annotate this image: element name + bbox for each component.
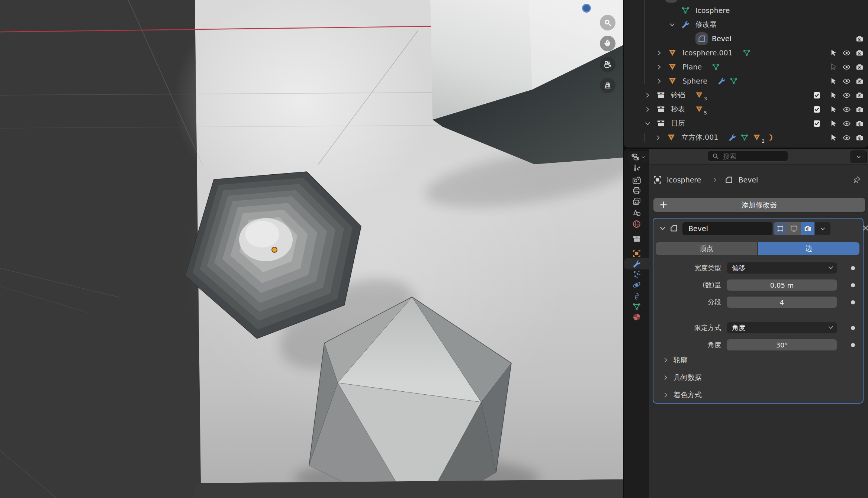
outliner-row-Icosphere.001[interactable]: Icosphere.001 (624, 46, 868, 60)
expand-chevron-right-icon[interactable] (655, 49, 663, 57)
search-field[interactable] (708, 151, 788, 162)
outliner-row-铃铛[interactable]: 铃铛3 (624, 88, 868, 102)
modifier-panel-header[interactable]: Bevel (653, 219, 863, 238)
disable-in-renders-icon[interactable] (855, 119, 864, 128)
disable-in-renders-icon[interactable] (855, 34, 864, 43)
outliner-row-partial-bottom[interactable] (624, 145, 868, 148)
hide-in-viewport-icon[interactable] (842, 76, 851, 86)
properties-tab-tool[interactable] (624, 163, 649, 174)
properties-tab-render[interactable] (624, 175, 649, 186)
delete-modifier-button[interactable] (862, 224, 868, 233)
expand-chevron-down-icon[interactable] (668, 20, 676, 29)
toggle-render-display[interactable] (801, 222, 814, 235)
restrict-select-icon[interactable] (829, 48, 838, 58)
outliner-row-修改器[interactable]: 修改器 (624, 17, 868, 32)
animate-property-dot[interactable] (851, 283, 855, 287)
modifier-extras-dropdown[interactable] (815, 222, 830, 235)
restrict-select-icon[interactable] (829, 90, 838, 100)
restrict-select-icon[interactable] (829, 119, 838, 128)
hide-in-viewport-icon[interactable] (842, 119, 851, 128)
dropdown-宽度类型[interactable]: 偏移 (727, 262, 837, 274)
panel-section-轮廓[interactable]: 轮廓 (662, 355, 688, 365)
hide-in-viewport-icon[interactable] (842, 90, 851, 100)
animate-property-dot[interactable] (851, 300, 855, 304)
animate-property-dot[interactable] (851, 343, 855, 347)
disable-in-renders-icon[interactable] (855, 133, 864, 142)
header-collapse-button[interactable] (851, 151, 867, 163)
toggle-edit-mode-display[interactable] (774, 222, 787, 235)
restrict-select-icon[interactable] (829, 133, 838, 142)
outliner-row-Bevel[interactable]: Bevel (624, 32, 868, 46)
restrict-select-icon[interactable] (829, 104, 838, 114)
beveled-cube[interactable] (421, 0, 623, 219)
add-modifier-button[interactable]: 添加修改器 (653, 198, 865, 212)
panel-section-几何数据[interactable]: 几何数据 (662, 373, 702, 382)
outliner-row-Plane[interactable]: Plane (624, 60, 868, 74)
outliner-row-立方体.001[interactable]: 立方体.0012 (624, 130, 868, 145)
disable-in-renders-icon[interactable] (855, 104, 864, 114)
panel-section-着色方式[interactable]: 着色方式 (662, 390, 702, 400)
collection-checkbox-icon[interactable] (812, 104, 822, 114)
properties-tab-scene[interactable] (624, 207, 649, 219)
pin-icon[interactable] (852, 175, 861, 186)
outliner-row-日历[interactable]: 日历 (624, 116, 868, 130)
nav-gizmo-axis-ball[interactable] (582, 4, 591, 13)
outliner-row-partial-top[interactable] (624, 0, 868, 3)
animate-property-dot[interactable] (851, 326, 855, 330)
dropdown-限定方式[interactable]: 角度 (727, 322, 837, 333)
outliner-editor[interactable]: Icosphere修改器BevelIcosphere.001PlaneSpher… (624, 0, 868, 148)
hide-in-viewport-icon[interactable] (842, 133, 851, 142)
expand-chevron-right-icon[interactable] (643, 91, 652, 99)
nav-grid-ortho-button[interactable] (600, 78, 615, 93)
properties-tab-particles[interactable] (624, 269, 649, 280)
search-input[interactable] (722, 152, 783, 161)
disable-in-renders-icon[interactable] (855, 62, 864, 72)
properties-tab-view-layer[interactable] (624, 196, 649, 207)
properties-tab-modifiers[interactable] (624, 258, 649, 269)
tab-edges[interactable]: 边 (758, 242, 859, 255)
outliner-row-秒表[interactable]: 秒表5 (624, 102, 868, 116)
hide-in-viewport-icon[interactable] (842, 104, 851, 114)
viewport-3d[interactable] (0, 0, 623, 498)
nav-pan-hand-button[interactable] (600, 36, 615, 51)
expand-chevron-down-icon[interactable] (643, 119, 652, 127)
expand-chevron-right-icon[interactable] (654, 133, 662, 142)
properties-tab-world[interactable] (624, 219, 649, 230)
hide-in-viewport-icon[interactable] (842, 62, 851, 72)
properties-tab-material[interactable] (624, 311, 649, 323)
nav-zoom-in-button[interactable] (600, 15, 615, 30)
restrict-select-icon[interactable] (829, 62, 838, 72)
breadcrumb-modifier[interactable]: Bevel (738, 176, 758, 184)
panel-expand-icon[interactable] (659, 224, 667, 234)
value-field-分段[interactable]: 4 (727, 297, 837, 308)
editor-type-button[interactable] (627, 151, 649, 163)
value-field-角度[interactable]: 30° (727, 339, 837, 350)
properties-tab-collection[interactable] (624, 233, 649, 245)
expand-chevron-right-icon[interactable] (655, 63, 663, 71)
outliner-row-Icosphere[interactable]: Icosphere (624, 3, 868, 17)
properties-tab-object[interactable] (624, 248, 649, 259)
disable-in-renders-icon[interactable] (855, 48, 864, 58)
outliner-row-Sphere[interactable]: Sphere (624, 74, 868, 88)
expand-chevron-right-icon[interactable] (655, 77, 663, 85)
animate-property-dot[interactable] (851, 266, 855, 270)
collection-checkbox-icon[interactable] (812, 119, 822, 128)
properties-tab-object-data[interactable] (624, 301, 649, 312)
expand-chevron-right-icon[interactable] (643, 105, 652, 113)
bevel-breadcrumb-icon (724, 175, 734, 185)
hide-in-viewport-icon[interactable] (842, 48, 851, 58)
disable-in-renders-icon[interactable] (855, 90, 864, 100)
properties-tab-output[interactable] (624, 185, 649, 196)
properties-tab-physics[interactable] (624, 279, 649, 291)
disable-in-renders-icon[interactable] (855, 76, 864, 86)
outliner-item-label: Icosphere (695, 6, 730, 14)
modifier-name-field[interactable]: Bevel (682, 222, 772, 235)
breadcrumb-object[interactable]: Icosphere (667, 176, 701, 184)
properties-tab-constraints[interactable] (624, 291, 649, 302)
toggle-realtime-display[interactable] (787, 222, 801, 235)
tab-vertices[interactable]: 顶点 (656, 242, 757, 255)
value-field-(数)量[interactable]: 0.05 m (727, 279, 837, 291)
collection-checkbox-icon[interactable] (812, 90, 822, 100)
nav-camera-view-button[interactable] (600, 57, 615, 72)
restrict-select-icon[interactable] (829, 76, 838, 86)
